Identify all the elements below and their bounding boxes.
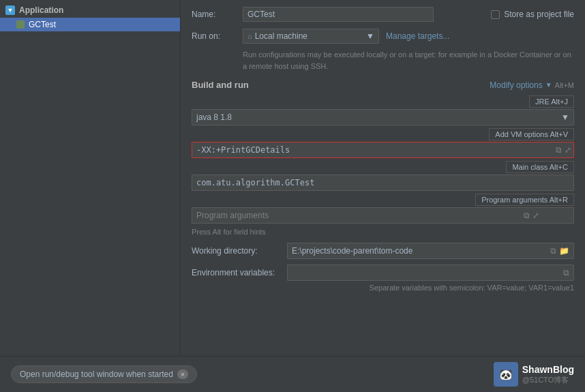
copy-icon[interactable]: ⧉ bbox=[556, 145, 562, 155]
main-class-value: com.atu.algorithm.GCTest bbox=[196, 178, 314, 187]
shawn-name: ShawnBlog bbox=[522, 364, 574, 375]
store-as-project-row: Store as project file bbox=[491, 10, 574, 19]
program-args-row: Program arguments ⧉ ⤢ bbox=[192, 207, 574, 224]
env-label: Environment variables: bbox=[192, 268, 280, 277]
prog-expand-icon[interactable]: ⤢ bbox=[532, 211, 539, 220]
open-run-label: Open run/debug tool window when started bbox=[20, 370, 173, 379]
store-checkbox[interactable] bbox=[491, 10, 500, 19]
content-area: Name: Store as project file Run on: ⌂ Lo… bbox=[181, 0, 585, 356]
press-alt-hint: Press Alt for field hints bbox=[192, 228, 574, 236]
run-on-dropdown[interactable]: ⌂ Local machine ▼ bbox=[243, 29, 379, 44]
add-vm-hint-bar: Add VM options Alt+V bbox=[192, 128, 574, 140]
shawn-text: ShawnBlog @51CTO博客 bbox=[522, 364, 574, 385]
prog-args-hint-bar: Program arguments Alt+R bbox=[192, 194, 574, 206]
sidebar-header: ▼ Application bbox=[0, 3, 180, 18]
name-label: Name: bbox=[192, 10, 236, 19]
app-icon: ▼ bbox=[5, 5, 15, 15]
java-version-dropdown[interactable]: java 8 1.8 ▼ bbox=[192, 109, 574, 125]
prog-copy-icon[interactable]: ⧉ bbox=[524, 211, 530, 220]
shawn-blog: 🐼 ShawnBlog @51CTO博客 bbox=[494, 362, 574, 387]
prog-args-icons: ⧉ ⤢ bbox=[524, 211, 539, 220]
env-variables-row: Environment variables: ⧉ bbox=[192, 265, 574, 281]
program-args-placeholder: Program arguments bbox=[196, 211, 269, 220]
vm-options-row: -XX:+PrintGCDetails ⧉ ⤢ bbox=[192, 142, 574, 158]
close-tag[interactable]: × bbox=[177, 370, 188, 379]
run-on-row: Run on: ⌂ Local machine ▼ Manage targets… bbox=[192, 29, 574, 44]
wd-icons: ⧉ 📁 bbox=[550, 246, 569, 256]
wd-path-value: E:\projects\code-parent\tom-code bbox=[292, 246, 548, 256]
header-row: Name: Store as project file bbox=[192, 7, 574, 22]
vm-options-value: -XX:+PrintGCDetails bbox=[196, 145, 290, 155]
jre-hint-bar: JRE Alt+J bbox=[192, 95, 574, 108]
machine-icon: ⌂ bbox=[247, 32, 252, 40]
java-version-row: java 8 1.8 ▼ bbox=[192, 109, 574, 125]
run-on-label: Run on: bbox=[192, 31, 236, 41]
sidebar-item-gctest[interactable]: GCTest bbox=[0, 18, 180, 31]
bottom-left: Open run/debug tool window when started … bbox=[11, 365, 197, 383]
main-class-hint: Main class Alt+C bbox=[506, 161, 574, 173]
jre-hint: JRE Alt+J bbox=[529, 95, 574, 108]
build-run-header: Build and run Modify options ▼ Alt+M bbox=[192, 80, 574, 90]
store-label: Store as project file bbox=[504, 10, 574, 19]
open-run-button[interactable]: Open run/debug tool window when started … bbox=[11, 365, 197, 383]
sidebar: ▼ Application GCTest bbox=[0, 0, 181, 356]
wd-label: Working directory: bbox=[192, 246, 280, 256]
sidebar-item-label: GCTest bbox=[29, 20, 56, 29]
java-version-value: java 8 1.8 bbox=[196, 112, 561, 122]
wd-copy-icon[interactable]: ⧉ bbox=[550, 246, 556, 256]
info-text: Run configurations may be executed local… bbox=[243, 49, 574, 72]
bottom-bar: Open run/debug tool window when started … bbox=[0, 356, 585, 392]
wd-folder-icon[interactable]: 📁 bbox=[559, 246, 569, 256]
program-args-input[interactable]: Program arguments ⧉ ⤢ bbox=[192, 207, 574, 224]
dropdown-arrow-icon: ▼ bbox=[366, 31, 374, 41]
modify-options-row: Modify options ▼ Alt+M bbox=[490, 80, 574, 90]
section-title: Build and run bbox=[192, 80, 249, 90]
env-copy-icon[interactable]: ⧉ bbox=[563, 268, 569, 277]
env-input[interactable]: ⧉ bbox=[287, 265, 574, 281]
wd-input[interactable]: E:\projects\code-parent\tom-code ⧉ 📁 bbox=[287, 243, 574, 259]
main-class-hint-bar: Main class Alt+C bbox=[192, 161, 574, 173]
prog-args-hint: Program arguments Alt+R bbox=[475, 194, 574, 206]
env-hint: Separate variables with semicolon: VAR=v… bbox=[192, 284, 574, 292]
vm-options-input[interactable]: -XX:+PrintGCDetails ⧉ ⤢ bbox=[192, 142, 574, 158]
working-directory-row: Working directory: E:\projects\code-pare… bbox=[192, 243, 574, 259]
alt-hint: Alt+M bbox=[555, 81, 574, 89]
name-input[interactable] bbox=[243, 7, 434, 22]
expand-icon[interactable]: ⤢ bbox=[565, 145, 571, 155]
shawn-avatar: 🐼 bbox=[494, 362, 518, 387]
run-on-value: Local machine bbox=[255, 31, 308, 41]
modify-dropdown-icon[interactable]: ▼ bbox=[545, 81, 552, 89]
add-vm-hint: Add VM options Alt+V bbox=[489, 128, 574, 140]
java-dropdown-icon[interactable]: ▼ bbox=[561, 112, 569, 122]
shawn-sub: @51CTO博客 bbox=[522, 375, 574, 385]
main-class-input[interactable]: com.atu.algorithm.GCTest bbox=[192, 175, 574, 191]
modify-options-link[interactable]: Modify options bbox=[490, 80, 542, 90]
shawn-avatar-icon: 🐼 bbox=[499, 368, 513, 381]
main-class-row: com.atu.algorithm.GCTest bbox=[192, 175, 574, 191]
vm-options-icons: ⧉ ⤢ bbox=[556, 145, 571, 155]
manage-targets-link[interactable]: Manage targets... bbox=[386, 31, 449, 41]
sidebar-title: Application bbox=[19, 5, 63, 15]
file-icon bbox=[16, 20, 25, 29]
